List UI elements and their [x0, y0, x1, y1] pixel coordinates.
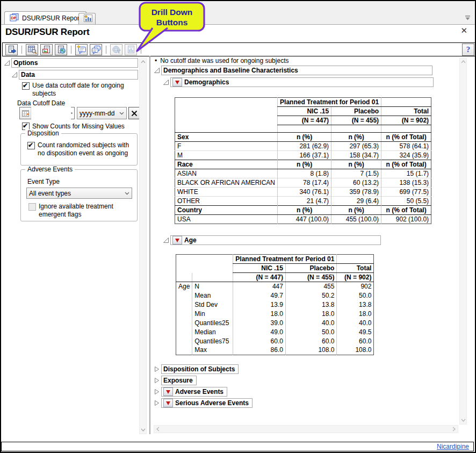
age-drill-down-button[interactable] — [172, 236, 182, 245]
demographics-baseline-header[interactable]: Demographics and Baseline Characteristic… — [161, 66, 432, 75]
collapse-open-icon[interactable] — [162, 79, 169, 86]
toolbar-separator — [21, 46, 22, 54]
n-count-header: (N = 455) — [331, 116, 381, 125]
collapse-open-icon[interactable] — [153, 67, 160, 74]
drill-down-button[interactable] — [163, 399, 173, 407]
header-spacer — [176, 273, 192, 282]
data-header[interactable]: Data — [19, 70, 138, 80]
calendar-icon[interactable] — [20, 107, 31, 119]
tab-graph-builder[interactable] — [78, 13, 96, 24]
graph-builder-icon — [84, 15, 92, 24]
section-header[interactable]: Adverse Events — [161, 387, 227, 397]
page-title: DSUR/PSUR Report — [5, 27, 89, 38]
event-type-label: Event Type — [27, 178, 60, 185]
collapse-open-icon[interactable] — [11, 71, 18, 78]
collapse-closed-icon[interactable] — [153, 366, 160, 373]
count-randomized-label: Count randomized subjects with no dispos… — [38, 141, 133, 157]
value-cell: 281 (62.9) — [278, 142, 331, 151]
value-cell: 8 (1.8) — [278, 169, 331, 178]
age-header[interactable]: Age — [170, 235, 381, 245]
demographics-outline: Demographics — [162, 77, 434, 87]
demographics-drill-down-button[interactable] — [172, 78, 182, 87]
stat-label: N — [192, 282, 233, 291]
stat-label: Quantiles25 — [192, 319, 233, 328]
collapsed-section-adverse-events: Adverse Events — [153, 387, 227, 397]
stat-label: Quantiles75 — [192, 337, 233, 346]
value-cell: 18.0 — [337, 310, 374, 319]
demographics-header[interactable]: Demographics — [170, 77, 434, 87]
options-scrollbar[interactable] — [139, 57, 147, 434]
value-cell: 324 (35.9) — [381, 151, 431, 160]
cutoff-note: •No cutoff date was used for ongoing sub… — [155, 57, 289, 64]
section-label: Sex — [175, 133, 278, 142]
date-format-dropdown[interactable]: yyyy-mm-dd — [77, 107, 127, 119]
scroll-left-icon[interactable] — [155, 426, 161, 432]
show-notes-icon[interactable] — [90, 44, 102, 55]
report-vertical-scrollbar[interactable] — [459, 57, 467, 425]
clear-date-button[interactable] — [128, 107, 140, 119]
collapse-open-icon[interactable] — [3, 60, 10, 67]
collapse-open-icon[interactable] — [162, 237, 169, 244]
panel-divider[interactable] — [149, 56, 150, 434]
value-cell: 21 (4.7) — [278, 197, 331, 206]
header-spacer — [175, 107, 278, 116]
column-header: Placebo — [285, 264, 337, 273]
ignore-te-flags-checkbox[interactable] — [28, 203, 36, 211]
event-type-dropdown[interactable]: All event types — [26, 188, 132, 199]
disposition-group-title: Disposition — [25, 130, 61, 137]
section-header[interactable]: Disposition of Subjects — [161, 364, 239, 374]
publish-web-icon[interactable] — [55, 44, 67, 55]
n-count-header: (N = 447) — [233, 273, 286, 282]
scroll-right-icon[interactable] — [451, 426, 457, 432]
cutoff-date-field[interactable] — [19, 107, 75, 119]
section-header[interactable]: Exposure — [161, 376, 197, 385]
use-cutoff-label: Use data cutoff date for ongoing subject… — [32, 82, 138, 98]
scroll-down-icon[interactable] — [460, 417, 466, 423]
help-button[interactable]: ? — [462, 44, 474, 56]
drill-down-button[interactable] — [163, 387, 173, 396]
drill-down-callout: Drill Down Buttons — [129, 1, 220, 56]
use-cutoff-checkbox[interactable] — [22, 82, 30, 90]
count-randomized-checkbox[interactable] — [27, 142, 35, 149]
value-cell: 50.0 — [337, 291, 374, 300]
show-counts-checkbox[interactable] — [22, 123, 30, 130]
value-cell: 340 (76.1) — [278, 188, 331, 197]
data-table-view-icon[interactable] — [26, 44, 38, 55]
section-label: Race — [175, 160, 278, 169]
tab-dsur-psur-report[interactable]: DP DSUR/PSUR Report — [4, 11, 86, 24]
collapsed-section-disposition-of-subjects: Disposition of Subjects — [153, 364, 239, 374]
value-cell: 40.0 — [285, 319, 337, 328]
header-spacer — [175, 116, 278, 125]
add-note-icon[interactable] — [75, 44, 88, 55]
report-horizontal-scrollbar[interactable] — [154, 425, 458, 433]
row-label: ASIAN — [175, 169, 278, 178]
stat-label: Median — [192, 328, 233, 337]
tab-list-dropdown-icon[interactable] — [465, 15, 471, 23]
dataset-link[interactable]: Nicardipine — [437, 443, 469, 450]
status-bar: Nicardipine — [1, 442, 474, 451]
close-icon[interactable]: ✕ — [460, 26, 467, 34]
chevron-down-icon — [125, 192, 129, 195]
section-label: Disposition of Subjects — [163, 365, 235, 373]
clear-x-icon — [131, 110, 138, 117]
options-header[interactable]: Options — [11, 58, 138, 68]
toolbar-separator — [106, 46, 106, 54]
gap-cell — [331, 125, 381, 133]
value-cell: 7 (1.5) — [331, 169, 381, 178]
age-table: Planned Treatment for Period 01NIC .15Pl… — [176, 254, 374, 355]
header-spacer — [192, 273, 233, 282]
section-header[interactable]: Serious Adverse Events — [161, 398, 253, 408]
cutoff-date-input[interactable] — [31, 107, 71, 119]
column-header: NIC .15 — [233, 264, 286, 273]
demographics-table: Planned Treatment for Period 01NIC .15Pl… — [175, 97, 431, 224]
scroll-down-icon[interactable] — [140, 427, 146, 433]
scroll-up-icon[interactable] — [140, 59, 146, 65]
collapse-closed-icon[interactable] — [153, 377, 160, 384]
save-image-icon[interactable] — [40, 44, 53, 55]
open-report-icon[interactable] — [5, 44, 18, 55]
collapse-closed-icon[interactable] — [153, 400, 160, 407]
collapse-closed-icon[interactable] — [153, 389, 160, 396]
scroll-up-icon[interactable] — [460, 59, 466, 65]
collapsed-section-exposure: Exposure — [153, 376, 197, 385]
value-cell: 60.0 — [337, 337, 374, 346]
